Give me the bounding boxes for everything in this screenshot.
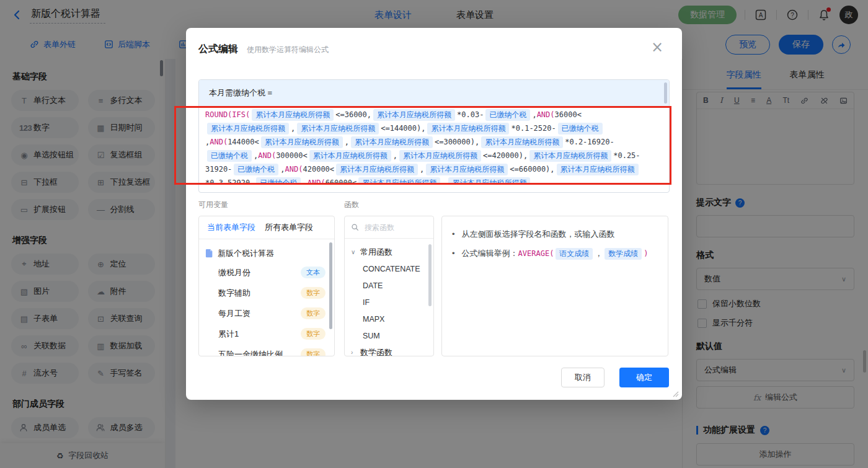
variables-root-label: 新版个税计算器 (218, 248, 274, 259)
formula-line: ROUND(IFS(累计本月应纳税所得额<=36000,累计本月应纳税所得额*0… (205, 108, 653, 121)
field-token: 累计本月应纳税所得额 (399, 150, 481, 162)
function-item[interactable]: IF (351, 294, 430, 311)
operator-token: , (532, 110, 536, 119)
variable-name: 缴税月份 (218, 267, 250, 278)
operator-token: *0.25- (613, 151, 640, 160)
variables-tabs: 当前表单字段 所有表单字段 (199, 216, 334, 239)
type-badge: 文本 (301, 267, 326, 278)
function-token: AND( (537, 110, 555, 119)
field-token: 累计本月应纳税所得额 (481, 136, 563, 148)
close-icon[interactable]: × (647, 39, 667, 55)
field-token: 已缴纳个税 (558, 123, 603, 135)
variable-row[interactable]: 每月工资数字 (205, 303, 332, 324)
function-token: AND( (210, 138, 228, 146)
operator-token: 144000< (228, 138, 259, 146)
field-token: 累计本月应纳税所得额 (261, 136, 343, 148)
type-badge: 数字 (301, 348, 326, 356)
operator-token: , (345, 138, 349, 146)
type-badge: 数字 (301, 328, 326, 340)
variable-name: 数字辅助 (218, 288, 250, 299)
functions-panel: ∨ 常用函数 CONCATENATE DATE IF MAPX SUM › 数学… (344, 216, 434, 356)
modal-header: 公式编辑 使用数学运算符编辑公式 (186, 28, 682, 56)
function-item[interactable]: SUM (351, 327, 430, 344)
field-token: 已缴纳个税 (256, 177, 301, 184)
field-token: 累计本月应纳税所得额 (529, 150, 611, 162)
formula-scrollbar[interactable] (664, 82, 667, 104)
operator-token: , (420, 165, 424, 174)
function-item[interactable]: MAPX (351, 311, 430, 327)
function-token: AND( (285, 165, 303, 174)
operator-token: *0.1-2520- (511, 124, 556, 133)
variables-root[interactable]: 新版个税计算器 (205, 245, 332, 262)
variable-row[interactable]: 五险一金缴纳比例数字 (205, 344, 332, 356)
variables-scrollbar[interactable] (329, 242, 332, 329)
chevron-right-icon: › (351, 349, 356, 356)
variables-list: 新版个税计算器 缴税月份文本 数字辅助数字 每月工资数字 累计1数字 五险一金缴… (199, 239, 334, 356)
field-token: 累计本月应纳税所得额 (252, 109, 334, 121)
operator-token: <=36000, (335, 110, 371, 119)
function-group-common[interactable]: ∨ 常用函数 (351, 244, 430, 260)
function-search[interactable] (345, 216, 433, 239)
operator-token: , (280, 165, 285, 174)
confirm-button[interactable]: 确定 (619, 368, 669, 387)
functions-label: 函数 (344, 200, 359, 210)
bullet-icon: • (452, 246, 455, 261)
field-token: 累计本月应纳税所得额 (351, 136, 433, 148)
operator-token: 36000< (555, 110, 582, 119)
function-group-label: 常用函数 (360, 247, 392, 258)
cancel-button[interactable]: 取消 (561, 368, 604, 387)
operator-token: *0.3-52920- (205, 179, 254, 184)
operator-token: <=420000), (483, 151, 528, 160)
operator-token: , (393, 151, 397, 160)
hint-row: • 公式编辑举例：AVERAGE(语文成绩，数学成绩) (452, 246, 658, 261)
field-token: 累计本月应纳税所得额 (448, 177, 530, 184)
formula-line: ,AND(144000<累计本月应纳税所得额,累计本月应纳税所得额<=30000… (205, 135, 653, 149)
operator-token: 31920- (205, 165, 232, 174)
variable-name: 五险一金缴纳比例 (218, 349, 283, 357)
operator-token: *0.03- (457, 110, 484, 119)
formula-line: 31920-已缴纳个税,AND(420000<累计本月应纳税所得额,累计本月应纳… (205, 162, 653, 176)
variable-row[interactable]: 缴税月份文本 (205, 262, 332, 283)
operator-token: 300000< (276, 151, 308, 160)
formula-target-label: 本月需缴纳个税 = (199, 80, 669, 106)
variables-panel: 当前表单字段 所有表单字段 新版个税计算器 缴税月份文本 数字辅助数字 每月工资… (198, 216, 335, 356)
operator-token: <=300000), (435, 138, 479, 146)
hint-row: • 从左侧面板选择字段名和函数，或输入函数 (452, 227, 658, 242)
functions-scrollbar[interactable] (428, 244, 432, 306)
function-tree: ∨ 常用函数 CONCATENATE DATE IF MAPX SUM › 数学… (345, 239, 433, 356)
formula-line: 累计本月应纳税所得额,累计本月应纳税所得额<=144000),累计本月应纳税所得… (205, 121, 653, 135)
variable-name: 每月工资 (218, 308, 250, 319)
variable-name: 累计1 (218, 329, 239, 340)
variables-label: 可用变量 (198, 200, 228, 210)
tab-all-form-fields[interactable]: 所有表单字段 (265, 222, 313, 233)
operator-token: 660000< (326, 179, 357, 184)
field-token: 累计本月应纳税所得额 (297, 123, 379, 135)
hint-example: 公式编辑举例：AVERAGE(语文成绩，数学成绩) (462, 246, 649, 261)
field-token: 累计本月应纳税所得额 (309, 150, 391, 162)
formula-content[interactable]: ROUND(IFS(累计本月应纳税所得额<=36000,累计本月应纳税所得额*0… (199, 106, 669, 184)
variable-row[interactable]: 累计1数字 (205, 324, 332, 344)
field-token: 语文成绩 (556, 248, 593, 260)
operator-token: <=660000), (510, 165, 554, 174)
type-badge: 数字 (301, 307, 326, 319)
search-icon (351, 223, 359, 231)
resize-handle-icon[interactable] (673, 391, 679, 397)
function-token: ROUND(IFS( (205, 110, 250, 119)
formula-line: 已缴纳个税,AND(300000<累计本月应纳税所得额,累计本月应纳税所得额<=… (205, 149, 653, 162)
tab-current-form-fields[interactable]: 当前表单字段 (207, 222, 255, 233)
modal-subtitle: 使用数学运算符编辑公式 (247, 45, 329, 55)
function-token: AND( (258, 151, 276, 160)
function-item[interactable]: DATE (351, 277, 430, 294)
field-token: 已缴纳个税 (207, 150, 252, 162)
field-token: 累计本月应纳税所得额 (373, 109, 455, 121)
example-function-close: ) (644, 249, 648, 258)
type-badge: 数字 (301, 287, 326, 299)
variable-row[interactable]: 数字辅助数字 (205, 283, 332, 303)
field-token: 累计本月应纳税所得额 (426, 164, 508, 175)
operator-token: *0.2-16920- (565, 138, 614, 146)
function-item[interactable]: CONCATENATE (351, 260, 430, 277)
operator-token: , (442, 179, 446, 184)
formula-edit-modal: 公式编辑 使用数学运算符编辑公式 × 本月需缴纳个税 = ROUND(IFS(累… (186, 28, 682, 400)
function-search-input[interactable] (363, 223, 417, 232)
function-group-math[interactable]: › 数学函数 (351, 344, 430, 356)
